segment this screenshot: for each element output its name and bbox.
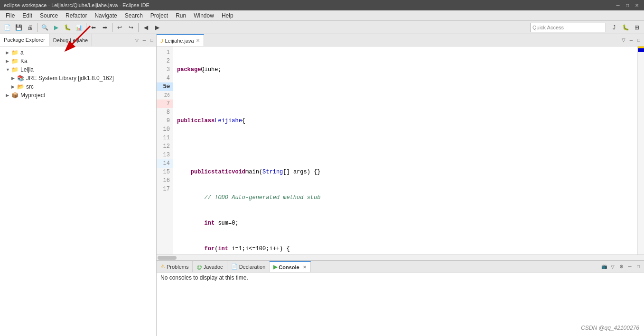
tab-problems[interactable]: ⚠ Problems [157, 261, 193, 272]
linenum-9: 9 [157, 117, 173, 125]
console-label: Console [279, 264, 299, 270]
arrow-src: ▶ [11, 84, 17, 89]
console-options-button[interactable]: ⚙ [617, 263, 625, 271]
tab-console[interactable]: ▶ Console ✕ [270, 261, 310, 272]
code-line-5: public static void main(String[] args) {… [177, 168, 634, 176]
arrow-jre: ▶ [11, 76, 17, 81]
linenum-10: 10 [157, 125, 173, 134]
tree-item-jre[interactable]: ▶ 📚 JRE System Library [jdk1.8.0_162] [0, 74, 156, 82]
menu-file[interactable]: File [2, 11, 19, 20]
tab-package-explorer[interactable]: Package Explorer [0, 34, 49, 46]
debug-perspective-button[interactable]: 🐛 [620, 22, 631, 33]
linenum-14: 14 [157, 159, 173, 168]
add-perspective-button[interactable]: ⊞ [632, 22, 642, 33]
main-area: Package Explorer Debug Leijiahe ▽ ─ □ ▶ … [0, 34, 644, 336]
bottom-tab-controls: 📺 ▽ ⚙ ─ □ [600, 263, 644, 271]
titlebar-title: eclipse-workspace - Leijia/src/Qiuhe/Lei… [4, 2, 149, 8]
search-button[interactable]: 🔍 [39, 22, 50, 33]
code-content[interactable]: package Qiuhe; public class Leijiahe { p… [173, 46, 637, 254]
editor-maximize-button[interactable]: □ [635, 37, 642, 44]
close-button[interactable]: ✕ [634, 2, 640, 9]
linenum-17: 17 [157, 185, 173, 193]
save-button[interactable]: 💾 [13, 22, 24, 33]
javadoc-label: Javadoc [204, 264, 223, 270]
code-line-6: // TODO Auto-generated method stub [177, 193, 634, 202]
prev-annotation-button[interactable]: ⬅ [88, 22, 99, 33]
tree-item-src[interactable]: ▶ 📂 src [0, 82, 156, 91]
maximize-button[interactable]: □ [624, 2, 631, 9]
tree-item-a[interactable]: ▶ 📁 a [0, 48, 156, 57]
linenum-8: 8 [157, 108, 173, 117]
editor-view-menu-button[interactable]: ▽ [620, 37, 627, 44]
editor-minimize-button[interactable]: ─ [628, 37, 635, 44]
linenum-13: 13 [157, 151, 173, 159]
menu-refactor[interactable]: Refactor [62, 11, 91, 20]
console-close-btn[interactable]: ✕ [303, 265, 307, 270]
problems-label: Problems [167, 264, 188, 270]
tree-item-leijia[interactable]: ▼ 📁 Leijia [0, 65, 156, 74]
editor-scrollbar-h[interactable] [157, 254, 644, 260]
titlebar: eclipse-workspace - Leijia/src/Qiuhe/Lei… [0, 0, 644, 10]
menu-source[interactable]: Source [36, 11, 62, 20]
linenum-3: 3 [157, 65, 173, 74]
sidebar-minimize-button[interactable]: ─ [141, 37, 148, 44]
tab-declaration[interactable]: 📄 Declaration [227, 261, 270, 272]
arrow-leijia: ▼ [6, 67, 11, 72]
label-jre: JRE System Library [jdk1.8.0_162] [26, 75, 114, 82]
back-button[interactable]: ◀ [140, 22, 151, 33]
menu-search[interactable]: Search [121, 11, 147, 20]
toolbar: 📄 💾 🖨 🔍 ▶ 🐛 📊 ⬅ ➡ ↩ ↪ ◀ ▶ Quick Access J… [0, 21, 644, 34]
linenum-16: 16 [157, 176, 173, 185]
linenum-15: 15 [157, 168, 173, 176]
menu-navigate[interactable]: Navigate [91, 11, 121, 20]
menu-window[interactable]: Window [190, 11, 218, 20]
label-leijia: Leijia [20, 66, 34, 73]
new-button[interactable]: 📄 [2, 22, 12, 33]
last-edit-button[interactable]: ↩ [114, 22, 125, 33]
console-dropdown-button[interactable]: ▽ [609, 263, 616, 271]
sidebar-view-menu-button[interactable]: ▽ [133, 37, 140, 44]
run-button[interactable]: ▶ [51, 22, 61, 33]
menu-edit[interactable]: Edit [19, 11, 36, 20]
open-console-button[interactable]: 📺 [600, 263, 608, 271]
sidebar-tab-controls: ▽ ─ □ [133, 37, 156, 44]
debug-button[interactable]: 🐛 [62, 22, 73, 33]
code-line-3: public class Leijiahe { [177, 117, 634, 125]
arrow-a: ▶ [6, 50, 11, 55]
tab-javadoc[interactable]: @ Javadoc [193, 261, 227, 272]
tab-leijiahe-java[interactable]: J Leijiahe.java ✕ [157, 34, 204, 46]
tab-label-leijiahe: Leijiahe.java [165, 38, 194, 44]
console-icon: ▶ [273, 264, 277, 270]
code-line-1: package Qiuhe; [177, 65, 634, 74]
line-numbers: 1 2 3 4 5⊖ Z6 7 8 9 10 11 12 13 14 15 16… [157, 46, 173, 254]
next-annotation-button[interactable]: ➡ [100, 22, 110, 33]
editor-tab-controls: ▽ ─ □ [620, 37, 644, 44]
tab-debug-leijiahe[interactable]: Debug Leijiahe [49, 34, 92, 46]
linenum-5: 5⊖ [157, 82, 173, 91]
java-file-icon: J [160, 38, 163, 44]
minimize-button[interactable]: ─ [615, 2, 621, 9]
next-edit-button[interactable]: ↪ [126, 22, 136, 33]
h-scrollbar-thumb [158, 256, 177, 260]
forward-button[interactable]: ▶ [152, 22, 162, 33]
quick-access-input[interactable]: Quick Access [530, 23, 606, 32]
sidebar-maximize-button[interactable]: □ [149, 37, 155, 44]
coverage-button[interactable]: 📊 [74, 22, 84, 33]
tab-close-leijiahe[interactable]: ✕ [196, 38, 200, 43]
menu-project[interactable]: Project [147, 11, 172, 20]
declaration-label: Declaration [239, 264, 266, 270]
toolbar-sep-4 [138, 23, 139, 32]
java-perspective-button[interactable]: J [609, 22, 619, 33]
console-minimize-button[interactable]: ─ [626, 263, 634, 271]
editor-overview-ruler[interactable] [637, 46, 644, 254]
console-maximize-button[interactable]: □ [635, 263, 642, 271]
tree-item-ka[interactable]: ▶ 📁 Ka [0, 57, 156, 65]
menu-run[interactable]: Run [172, 11, 190, 20]
window-controls: ─ □ ✕ [615, 2, 640, 9]
tree-item-myproject[interactable]: ▶ 📦 Myproject [0, 91, 156, 100]
print-button[interactable]: 🖨 [25, 22, 35, 33]
menu-help[interactable]: Help [218, 11, 237, 20]
perspective-buttons: J 🐛 ⊞ [609, 22, 642, 33]
declaration-icon: 📄 [231, 263, 238, 270]
toolbar-sep-3 [112, 23, 112, 32]
